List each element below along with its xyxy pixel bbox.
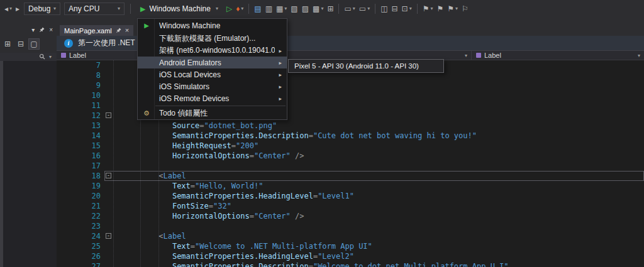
navigation-icons: ◂▾▸ (3, 2, 21, 16)
left-panel-header: ▾ × (0, 25, 57, 35)
menu-item-windows-machine[interactable]: ▶Windows Machine (138, 19, 287, 33)
code-text[interactable]: HeightRequest="200" (104, 141, 644, 151)
code-text[interactable]: - <Label (104, 171, 644, 181)
navigate-forward-icon[interactable]: ▸ (14, 2, 21, 16)
device-preview-icon: ▭ (344, 5, 351, 13)
menu-item-pixel-5-emulator[interactable]: Pixel 5 - API 30 (Android 11.0 - API 30) (294, 62, 438, 70)
start-without-debugging-icon[interactable]: ▷ (225, 2, 234, 16)
selection-tool-icon[interactable]: ▢ (28, 38, 40, 50)
code-text[interactable]: Source="dotnet_bot.png" (104, 121, 644, 131)
toolbox-icon[interactable]: ⊞ (325, 2, 335, 16)
code-text[interactable]: SemanticProperties.Description="Cute dot… (104, 131, 644, 141)
clear-bookmarks-icon[interactable]: ⚐ (460, 2, 470, 16)
platform-dropdown[interactable]: Any CPU ▾ (64, 3, 125, 15)
line-number: 27 (57, 261, 104, 267)
fold-collapse-icon[interactable]: - (106, 112, 111, 118)
line-number: 18 (57, 171, 104, 181)
menu-item-android-emulators[interactable]: Android Emulators▸ (138, 57, 287, 68)
code-text[interactable] (104, 161, 644, 171)
next-bookmark-icon[interactable]: ⚑▾ (445, 2, 460, 16)
menu-item-framework[interactable]: 架構 (net6.0-windows10.0.19041.0)▸ (138, 45, 287, 57)
navigate-backward-icon[interactable]: ◂▾ (3, 2, 14, 16)
play-icon: ▶ (142, 23, 152, 29)
code-text[interactable]: Text="Hello, World!" (104, 181, 644, 191)
live-visual-tree-icon[interactable]: ▤ (252, 2, 263, 16)
close-icon[interactable]: × (49, 27, 53, 33)
run-button[interactable]: ▶ Windows Machine ▾ (135, 2, 223, 16)
code-text[interactable]: SemanticProperties.Description="Welcome … (104, 261, 644, 267)
submenu-arrow-icon: ▸ (275, 72, 282, 78)
code-line: 22 HorizontalOptions="Center" /> (57, 211, 644, 221)
code-text[interactable]: Text="Welcome to .NET Multi-platform App… (104, 241, 644, 251)
dropdown-caret-icon: ▾ (353, 6, 355, 11)
left-panel-edge (0, 61, 3, 267)
code-line: 15 HeightRequest="200" (57, 141, 644, 151)
left-panel-search[interactable]: ▾ (0, 53, 57, 61)
toolbar-icon-groups: ▷♦▾▤▥▦▾▧▨▩▾⊞▭▾▭▾◫⊟⊡▾⚑▾⚑⚑▾⚐ (225, 2, 470, 16)
menu-item-todo-debug-properties[interactable]: ⚙Todo 偵錯屬性 (138, 107, 287, 119)
code-line: 23 (57, 221, 644, 231)
pin-icon[interactable] (39, 27, 45, 34)
collapse-all-icon[interactable]: ⊟ (15, 38, 26, 50)
properties-window-icon[interactable]: ▩▾ (311, 2, 325, 16)
hot-reload-icon[interactable]: ♦▾ (234, 2, 245, 16)
device-preview-icon[interactable]: ▭▾ (342, 2, 357, 16)
tab-mainpage-xaml[interactable]: MainPage.xaml × (60, 25, 133, 36)
code-text[interactable]: HorizontalOptions="Center" /> (104, 151, 644, 161)
dropdown-caret-icon: ▾ (465, 53, 467, 58)
run-target-label: Windows Machine (150, 4, 211, 13)
solution-explorer-icon[interactable]: ▨ (300, 2, 311, 16)
configuration-dropdown[interactable]: Debug ▾ (24, 3, 60, 15)
dock-window-icon[interactable]: ◫ (379, 2, 389, 16)
android-device-manager-icon: ▭ (359, 5, 366, 13)
close-icon[interactable]: × (125, 27, 129, 34)
chevron-down-icon[interactable]: ▾ (31, 27, 35, 33)
menu-item-label: Android Emulators (159, 58, 275, 67)
line-number: 8 (57, 70, 104, 80)
menu-item-download-new-emulator[interactable]: 下載新款模擬器 (Emulator)... (138, 33, 287, 45)
solution-explorer-icon: ▨ (302, 5, 309, 13)
float-window-icon[interactable]: ⊡▾ (400, 2, 414, 16)
next-bookmark-icon: ⚑ (447, 5, 454, 13)
code-text[interactable]: HorizontalOptions="Center" /> (104, 211, 644, 221)
code-text[interactable] (104, 221, 644, 231)
code-line: 24- <Label (57, 231, 644, 241)
output-window-icon: ▥ (265, 5, 272, 13)
line-number: 26 (57, 251, 104, 261)
find-in-files-icon: ▧ (291, 5, 297, 13)
menu-item-ios-local-devices[interactable]: iOS Local Devices▸ (138, 68, 287, 80)
output-window-icon[interactable]: ▥ (264, 2, 274, 16)
code-line: 25 Text="Welcome to .NET Multi-platform … (57, 241, 644, 251)
run-target-menu: ▶Windows Machine下載新款模擬器 (Emulator)...架構 … (137, 18, 287, 120)
split-window-icon[interactable]: ⊟ (390, 2, 400, 16)
error-list-icon[interactable]: ▦▾ (274, 2, 289, 16)
code-line: 18- <Label (57, 171, 644, 181)
expand-all-icon[interactable]: ⊞ (2, 38, 13, 50)
configuration-label: Debug (28, 4, 50, 13)
menu-item-label: 架構 (net6.0-windows10.0.19041.0) (159, 45, 275, 56)
find-in-files-icon[interactable]: ▧ (289, 2, 299, 16)
code-text[interactable]: FontSize="32" (104, 201, 644, 211)
code-line: 17 (57, 161, 644, 171)
android-device-manager-icon[interactable]: ▭▾ (357, 2, 372, 16)
toggle-bookmark-icon: ⚑ (423, 5, 430, 13)
fold-collapse-icon[interactable]: - (106, 233, 111, 239)
menu-item-ios-simulators[interactable]: iOS Simulators▸ (138, 80, 287, 92)
code-text[interactable]: SemanticProperties.HeadingLevel="Level1" (104, 191, 644, 201)
element-dropdown-right[interactable]: Label ▾ (472, 51, 644, 60)
line-number: 21 (57, 201, 104, 211)
toggle-bookmark-icon[interactable]: ⚑▾ (421, 2, 435, 16)
fold-collapse-icon[interactable]: - (106, 173, 111, 178)
tab-title: MainPage.xaml (64, 27, 112, 35)
left-panel-toolbar: ⊞⊟▢ (0, 36, 57, 52)
code-text[interactable]: SemanticProperties.HeadingLevel="Level2" (104, 251, 644, 261)
line-number: 11 (57, 101, 104, 111)
previous-bookmark-icon[interactable]: ⚑ (435, 2, 445, 16)
pin-icon[interactable] (116, 27, 121, 35)
code-text[interactable]: - <Label (104, 231, 644, 241)
line-number: 14 (57, 131, 104, 141)
dropdown-caret-icon: ▾ (216, 6, 218, 11)
split-window-icon: ⊟ (392, 5, 398, 13)
menu-item-ios-remote-devices[interactable]: iOS Remote Devices▸ (138, 92, 287, 104)
line-number: 17 (57, 161, 104, 171)
